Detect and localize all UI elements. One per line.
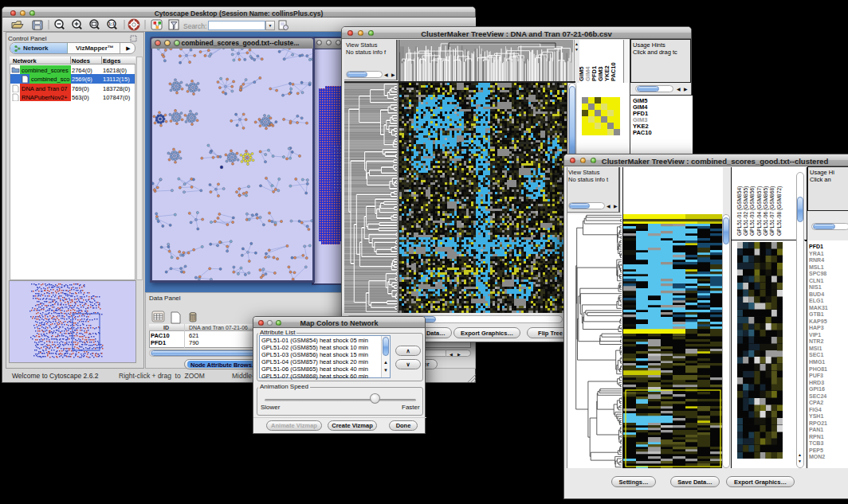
svg-text:GPL51-06 (GSM865): GPL51-06 (GSM865) [763, 186, 769, 236]
svg-text:1:1: 1:1 [108, 21, 115, 26]
svg-text:GPL51-02 (GSM855): GPL51-02 (GSM855) [743, 186, 749, 236]
svg-text:GPL51-01 (GSM854): GPL51-01 (GSM854) [736, 186, 743, 236]
svg-text:GPL51-03 (GSM856): GPL51-03 (GSM856) [749, 186, 756, 236]
svg-text:GPL51-07 (GSM868): GPL51-07 (GSM868) [769, 186, 775, 236]
svg-text:GPL51-04 (GSM857): GPL51-04 (GSM857) [756, 186, 763, 236]
svg-text:PAC10: PAC10 [610, 62, 617, 81]
svg-text:GPL51-08 (GSM872): GPL51-08 (GSM872) [776, 186, 783, 236]
